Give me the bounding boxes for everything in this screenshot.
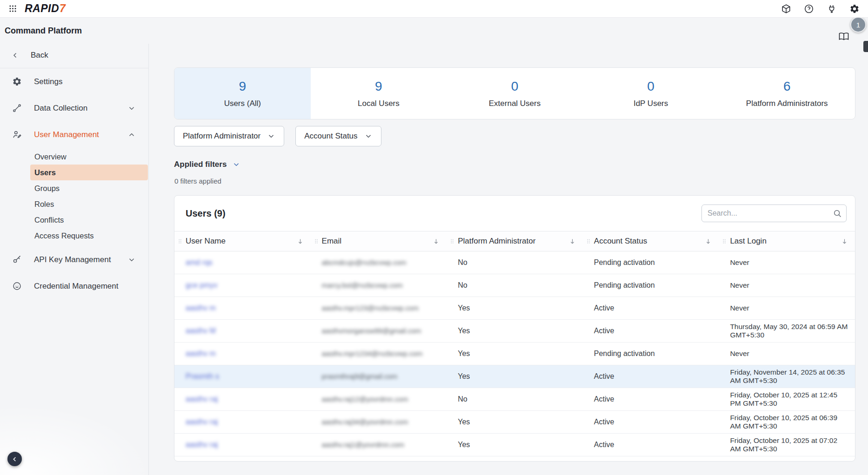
sidebar-item-credential-management[interactable]: Credential Management	[0, 273, 148, 299]
last-login-cell: Never	[719, 278, 855, 292]
stat-idp-users[interactable]: 0 IdP Users	[583, 68, 719, 119]
sidebar-collapse-button[interactable]	[7, 452, 22, 466]
search-input[interactable]	[701, 205, 847, 222]
plug-icon[interactable]	[827, 4, 837, 14]
platform-administrator-filter[interactable]: Platform Administrator	[174, 126, 284, 146]
last-login-cell: Thursday, May 30, 2024 at 06:59 AM GMT+5…	[719, 320, 855, 342]
sidebar-item-conflicts[interactable]: Conflicts	[30, 212, 148, 228]
logo-text: RAPID	[25, 2, 59, 15]
settings-label: Settings	[34, 77, 62, 86]
drag-handle-icon[interactable]	[447, 231, 458, 251]
sidebar-item-user-management[interactable]: User Management	[0, 121, 148, 148]
drag-handle-icon[interactable]	[583, 231, 594, 251]
table-card-header: Users (9)	[174, 196, 855, 231]
settings-gear-icon[interactable]	[849, 4, 860, 14]
api-key-management-label: API Key Management	[34, 255, 111, 264]
documentation-book-icon[interactable]	[838, 31, 849, 42]
account-status-cell: Active	[583, 324, 719, 338]
table-row: aasthv raj aasthv.raj12@yovrdmn.com No A…	[174, 388, 855, 411]
topbar: RAPID7	[0, 0, 868, 18]
stat-value: 6	[783, 79, 791, 94]
username-link[interactable]: aasthv m	[186, 304, 216, 312]
sidebar-item-settings[interactable]: Settings	[0, 68, 148, 95]
sidebar-item-data-collection[interactable]: Data Collection	[0, 95, 148, 121]
sort-descending-icon[interactable]	[704, 238, 712, 245]
username-link[interactable]: amd rqs	[186, 258, 213, 266]
sidebar-item-access-requests[interactable]: Access Requests	[30, 228, 148, 244]
stat-label: IdP Users	[634, 99, 668, 108]
rapid7-logo[interactable]: RAPID7	[25, 2, 66, 15]
stat-platform-administrators[interactable]: 6 Platform Administrators	[719, 68, 855, 119]
account-status-cell: Pending activation	[583, 347, 719, 361]
account-status-cell: Active	[583, 438, 719, 452]
stat-external-users[interactable]: 0 External Users	[447, 68, 583, 119]
back-button[interactable]: Back	[0, 45, 148, 66]
username-link[interactable]: aasthv raj	[186, 418, 218, 426]
stat-users-all[interactable]: 9 Users (All)	[174, 68, 311, 119]
chevron-down-icon[interactable]	[127, 104, 136, 112]
chevron-down-icon[interactable]	[127, 256, 136, 264]
account-status-cell: Active	[583, 392, 719, 406]
partial-widget[interactable]	[863, 41, 868, 52]
column-header-last-login[interactable]: Last Login	[719, 231, 855, 251]
username-link[interactable]: Prasmth s	[186, 372, 219, 380]
email-cell: aasthv.mpr1234@rvzbcvwp.com	[322, 350, 423, 357]
chevron-up-icon[interactable]	[127, 131, 136, 139]
stat-value: 9	[375, 79, 382, 94]
username-link[interactable]: aasthv m	[186, 350, 216, 357]
filter-label: Account Status	[304, 132, 357, 141]
app-launcher-icon[interactable]	[8, 4, 17, 13]
sort-descending-icon[interactable]	[432, 238, 440, 245]
email-cell: aasthvmorgansw99@gmail.com	[322, 327, 421, 335]
column-header-platform-administrator[interactable]: Platform Administrator	[447, 231, 583, 251]
username-link[interactable]: aasthv raj	[186, 395, 218, 403]
table-body: amd rqs abcmdcujs@rvzbcvwp.com No Pendin…	[174, 251, 855, 461]
key-icon	[12, 255, 22, 264]
column-label: User Name	[186, 237, 226, 246]
platform-admin-cell: Yes	[447, 438, 583, 452]
page-title: Command Platform	[0, 18, 82, 44]
email-cell: abcmdcujs@rvzbcvwp.com	[322, 258, 407, 266]
stat-label: Local Users	[358, 99, 400, 108]
stat-value: 0	[511, 79, 519, 94]
sort-descending-icon[interactable]	[296, 238, 304, 245]
table-row: aasthv raj aasthv.raj34@yovrdmn.com Yes …	[174, 411, 855, 434]
email-cell: aasthv.mpr123@rvzbcvwp.com	[322, 304, 419, 312]
stat-local-users[interactable]: 9 Local Users	[311, 68, 447, 119]
sidebar-item-api-key-management[interactable]: API Key Management	[0, 246, 148, 273]
chevron-down-icon	[267, 132, 275, 140]
sidebar-item-users[interactable]: Users	[30, 165, 148, 180]
username-link[interactable]: gce pmyv	[186, 281, 217, 289]
notification-badge[interactable]: 1	[850, 17, 866, 33]
search-icon[interactable]	[833, 209, 842, 218]
filter-label: Platform Administrator	[183, 132, 260, 141]
drag-handle-icon[interactable]	[174, 231, 186, 251]
sidebar-item-overview[interactable]: Overview	[30, 149, 148, 165]
drag-handle-icon[interactable]	[311, 231, 322, 251]
applied-filters-toggle[interactable]: Applied filters	[174, 160, 240, 169]
sidebar: Back Settings Data Collection User Manag…	[0, 44, 149, 475]
sidebar-item-roles[interactable]: Roles	[30, 196, 148, 212]
corner-glow	[0, 405, 149, 475]
credential-badge-icon	[12, 281, 22, 291]
package-icon[interactable]	[781, 4, 791, 14]
sort-descending-icon[interactable]	[568, 238, 576, 245]
column-label: Account Status	[594, 237, 647, 246]
account-status-cell: Pending activation	[583, 278, 719, 292]
platform-admin-cell: Yes	[447, 324, 583, 338]
sidebar-item-groups[interactable]: Groups	[30, 180, 148, 196]
sort-descending-icon[interactable]	[841, 238, 848, 245]
platform-admin-cell: Yes	[447, 415, 583, 429]
username-link[interactable]: aasthv raj	[186, 441, 218, 449]
column-label: Email	[322, 237, 342, 246]
account-status-filter[interactable]: Account Status	[295, 126, 381, 146]
platform-admin-cell: Yes	[447, 301, 583, 315]
account-status-cell: Active	[583, 415, 719, 429]
column-header-user-name[interactable]: User Name	[174, 231, 311, 251]
drag-handle-icon[interactable]	[719, 231, 730, 251]
help-icon[interactable]	[804, 4, 814, 14]
last-login-cell: Never	[719, 347, 855, 361]
username-link[interactable]: aasthv M	[186, 327, 216, 335]
column-header-email[interactable]: Email	[311, 231, 447, 251]
column-header-account-status[interactable]: Account Status	[583, 231, 719, 251]
